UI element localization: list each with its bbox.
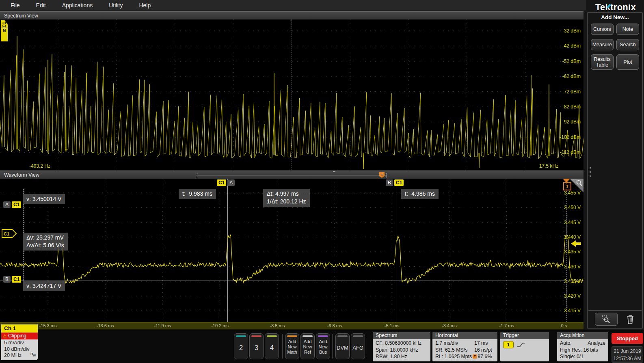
cursor-b-voltage-readout[interactable]: v: 3.424717 V (23, 281, 65, 291)
channel-4-button[interactable]: 4 (265, 333, 279, 359)
channel-1-badge[interactable]: Ch 1 ⚠ Clipping 5 mV/div 10 dBm/div 20 M… (1, 324, 38, 360)
search-button[interactable]: Search (616, 39, 639, 50)
channel-1-label: Ch 1 (1, 324, 38, 333)
trigger-t-badge[interactable]: T (563, 182, 571, 190)
menu-applications[interactable]: Applications (62, 2, 93, 9)
channel-3-button[interactable]: 3 (249, 333, 264, 359)
spectrum-trace-type-label: N (1, 28, 8, 33)
acquisition-mode: Auto, (560, 340, 572, 347)
channel-4-label: 4 (265, 344, 279, 352)
afg-button[interactable]: AFG (351, 333, 365, 359)
cursor-b-left-channel-badge[interactable]: C1 (12, 276, 21, 283)
zoom-inspect-icon (601, 315, 612, 324)
record-overview-right-bracket (385, 173, 387, 178)
date-value: 21 Jun 2019 (612, 348, 643, 355)
spectrum-view-panel: Spectrum View -32 dBm-42 dBm-52 dBm-62 d… (0, 11, 583, 170)
warning-icon: ⚠ (3, 333, 7, 339)
time-axis-label: -10.2 ms (211, 323, 229, 328)
cursor-delta-voltage-readout[interactable]: Δv: 25.297 mV Δv/Δt: 5.06 V/s (23, 233, 68, 251)
time-axis-label: 0 s (561, 323, 567, 328)
cursor-b-horizontal-line[interactable] (0, 281, 583, 281)
db-axis-label: -112 dBm (560, 149, 581, 155)
inverse-delta-t-value: 1/Δt: 200.12 Hz (267, 198, 306, 205)
cursor-a-left-badge[interactable]: A (3, 201, 11, 208)
cursor-a-time-readout[interactable]: t: -9.983 ms (179, 189, 216, 199)
time-value: 12:57:36 AM (612, 355, 643, 362)
channel-3-label: 3 (250, 344, 263, 352)
cursor-delta-time-readout[interactable]: Δt: 4.997 ms 1/Δt: 200.12 Hz (263, 189, 310, 207)
trigger-settings-badge[interactable]: Trigger 1 (500, 332, 549, 361)
channel-4-color-stripe (267, 335, 277, 337)
bus-color-stripe (318, 335, 328, 337)
voltage-axis-label: 3.440 V (564, 234, 581, 240)
plot-button[interactable]: Plot (616, 54, 639, 70)
trash-icon[interactable] (625, 313, 635, 325)
add-new-ref-button[interactable]: AddNewRef (300, 333, 315, 359)
record-overview-bar[interactable] (196, 175, 387, 175)
note-button[interactable]: Note (616, 24, 639, 35)
spectrum-badge-title: Spectrum (373, 332, 430, 339)
add-new-bus-button[interactable]: AddNewBus (316, 333, 330, 359)
datetime-display: 21 Jun 2019 12:57:36 AM (612, 346, 643, 363)
cursor-b-vertical-line[interactable] (396, 179, 396, 322)
channel-1-marker[interactable]: C1 (2, 229, 17, 239)
sample-rate-value: SR: 62.5 MS/s (435, 347, 474, 354)
cursor-a-left-channel-badge[interactable]: C1 (12, 201, 21, 208)
acquisition-badge-title: Acquisition (557, 332, 608, 339)
spectrum-stop-frequency-label: 17.5 kHz (539, 163, 558, 169)
cursor-a-vertical-line[interactable] (227, 179, 228, 322)
cursor-b-time-readout[interactable]: t: -4.986 ms (401, 189, 439, 199)
spectrum-settings-badge[interactable]: Spectrum CF: 8.50680000 kHz Span: 18.000… (373, 332, 430, 361)
sample-interval-value: 16 ns/pt (474, 347, 492, 354)
time-axis-label: -6.8 ms (327, 323, 342, 328)
db-axis-label: -32 dBm (562, 28, 581, 34)
cursor-a-channel-badge[interactable]: C1 (217, 179, 226, 186)
cursor-b-channel-badge[interactable]: C1 (394, 179, 404, 186)
spectrum-plot-area[interactable]: -32 dBm-42 dBm-52 dBm-62 dBm-72 dBm-82 d… (0, 19, 583, 170)
menu-file[interactable]: File (11, 2, 20, 9)
measure-button[interactable]: Measure (591, 39, 614, 50)
db-axis-label: -82 dBm (562, 104, 581, 110)
cursor-b-badge[interactable]: B (386, 179, 393, 186)
spectrum-center-frequency-line (292, 19, 292, 170)
waveform-plot-area[interactable]: C1 A B C1 t: -9.983 ms Δt: 4.997 ms 1/Δt… (0, 179, 583, 322)
results-table-button[interactable]: Results Table (591, 54, 614, 70)
cursor-a-badge[interactable]: A (227, 179, 235, 186)
trigger-level-arrow-icon[interactable] (571, 240, 576, 247)
afg-label: AFG (351, 345, 365, 351)
menu-edit[interactable]: Edit (36, 2, 46, 9)
cursor-b-left-badge[interactable]: B (3, 276, 11, 283)
trigger-source-badge: 1 (503, 341, 514, 348)
cursor-a-voltage-readout[interactable]: v: 3.450014 V (23, 194, 65, 204)
cursor-a-left-badges: A C1 (3, 201, 21, 208)
delta-v-delta-t-value: Δv/Δt: 5.06 V/s (26, 242, 64, 249)
cursors-button[interactable]: Cursors (591, 24, 614, 35)
time-axis-label: -13.6 ms (97, 323, 114, 328)
cursor-b-left-badges: B C1 (3, 276, 21, 283)
channel-1-settings: 5 mV/div 10 dBm/div 20 MHz BW (1, 339, 38, 360)
dvm-label: DVM (336, 345, 349, 351)
spectrum-channel-flag[interactable]: C1 N (1, 20, 8, 41)
run-stop-status-button[interactable]: Stopped (612, 333, 643, 344)
add-new-math-button[interactable]: AddNewMath (285, 333, 299, 359)
right-sidebar: Add New... Cursors Note Measure Search R… (585, 11, 644, 330)
horizontal-settings-badge[interactable]: Horizontal 1.7 ms/div17 ms SR: 62.5 MS/s… (432, 332, 497, 361)
menu-utility[interactable]: Utility (109, 2, 123, 9)
channel-2-button[interactable]: 2 (234, 333, 248, 359)
horizontal-badge-title: Horizontal (432, 332, 497, 339)
dvm-button[interactable]: DVM (335, 333, 350, 359)
record-overview-trigger-marker[interactable]: T (379, 172, 385, 178)
db-axis-label: -72 dBm (562, 89, 581, 95)
cursor-a-badges: C1 A (217, 179, 235, 186)
voltage-axis-label: 3.420 V (564, 293, 581, 299)
zoom-inspect-button[interactable] (595, 313, 618, 326)
panel-resize-handle[interactable] (590, 167, 591, 177)
timebase-value: 1.7 ms/div (435, 340, 474, 347)
menu-help[interactable]: Help (139, 2, 151, 9)
cursor-connector-line (227, 194, 400, 194)
dvm-color-stripe (337, 335, 348, 337)
acquisition-settings-badge[interactable]: Acquisition Auto,Analyze High Res: 16 bi… (557, 332, 608, 361)
channel-3-color-stripe (251, 335, 261, 337)
settings-bar: Ch 1 ⚠ Clipping 5 mV/div 10 dBm/div 20 M… (0, 330, 644, 363)
waveform-view-title: Waveform View T (0, 171, 583, 179)
